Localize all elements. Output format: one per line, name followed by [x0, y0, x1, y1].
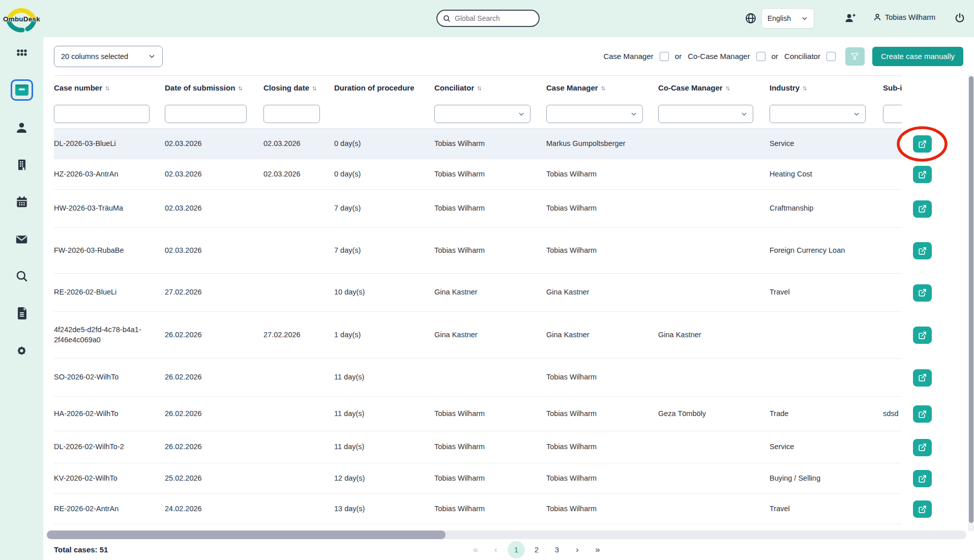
cell-date-of-submission: 26.02.2026	[165, 409, 263, 419]
table-row[interactable]: DL-2026-03-BlueLi02.03.202602.03.20260 d…	[54, 129, 968, 159]
sort-icon[interactable]: ↑↓	[601, 84, 606, 92]
create-case-button[interactable]: Create case manually	[872, 47, 963, 66]
vertical-scrollbar[interactable]	[968, 75, 974, 531]
sidebar-item-calendar[interactable]	[11, 192, 33, 212]
open-case-button[interactable]	[913, 439, 932, 456]
apply-filter-button[interactable]	[845, 47, 865, 66]
cell-conciliator: Tobias Wilharm	[434, 474, 546, 484]
horizontal-scrollbar[interactable]	[47, 530, 966, 539]
open-case-button[interactable]	[913, 200, 932, 218]
sidebar-item-cases[interactable]	[11, 79, 33, 101]
open-case-button[interactable]	[913, 369, 932, 387]
filter-select-case-manager[interactable]	[546, 105, 643, 123]
sidebar-item-settings[interactable]	[11, 340, 33, 361]
open-case-button[interactable]	[913, 242, 932, 259]
filter-input-closing-date[interactable]	[263, 105, 320, 123]
horizontal-scrollbar-thumb[interactable]	[47, 530, 446, 539]
sort-icon[interactable]: ↑↓	[238, 84, 243, 92]
open-case-button[interactable]	[913, 327, 932, 344]
column-header-case-number[interactable]: Case number↑↓	[54, 83, 165, 92]
language-select[interactable]: English	[761, 8, 814, 28]
column-label: Conciliator	[434, 83, 474, 92]
filter-select-co-case-manager[interactable]	[658, 105, 753, 123]
pagination-page-1[interactable]: 1	[508, 541, 525, 558]
row-action-cell	[902, 190, 968, 228]
column-header-industry[interactable]: Industry↑↓	[770, 83, 883, 92]
table-row[interactable]: HA-2026-02-WilhTo26.02.202611 day(s)Tobi…	[54, 397, 968, 431]
user-icon	[873, 13, 882, 22]
global-search[interactable]	[436, 10, 540, 27]
global-search-input[interactable]	[455, 14, 531, 22]
open-case-icon	[918, 331, 927, 340]
open-case-button[interactable]	[913, 135, 932, 153]
column-header-conciliator[interactable]: Conciliator↑↓	[434, 83, 546, 92]
filter-select-conciliator[interactable]	[434, 105, 530, 123]
current-user[interactable]: Tobias Wilharm	[873, 13, 935, 22]
cell-industry: Foreign Currency Loan	[770, 246, 883, 256]
sidebar-item-apps[interactable]	[11, 42, 33, 63]
filter-input-case-number[interactable]	[54, 105, 150, 123]
filter-input-date-of-submission[interactable]	[165, 105, 247, 123]
pagination-first[interactable]: «	[467, 541, 484, 558]
cell-conciliator: Tobias Wilharm	[434, 504, 546, 514]
column-header-co-case-manager[interactable]: Co-Case Manager↑↓	[658, 83, 770, 92]
cell-co-case-manager: Geza Tömböly	[658, 409, 770, 419]
language-value: English	[768, 14, 791, 22]
table-row[interactable]: FW-2026-03-RubaBe02.03.20267 day(s)Tobia…	[54, 228, 968, 274]
co-case-manager-checkbox[interactable]	[756, 52, 765, 61]
row-action-cell	[902, 159, 968, 190]
open-case-button[interactable]	[913, 166, 932, 183]
column-header-case-manager[interactable]: Case Manager↑↓	[546, 83, 658, 92]
conciliator-checkbox[interactable]	[827, 52, 836, 61]
vertical-scrollbar-thumb[interactable]	[969, 76, 973, 523]
sort-icon[interactable]: ↑↓	[477, 84, 482, 92]
open-case-button[interactable]	[913, 405, 932, 423]
sidebar-item-mail[interactable]	[11, 229, 33, 249]
cell-case-number: HW-2026-03-TräuMa	[54, 203, 165, 214]
sidebar-item-organizations[interactable]	[11, 155, 33, 175]
sort-icon[interactable]: ↑↓	[105, 84, 110, 92]
column-label: Duration of procedure	[334, 83, 415, 92]
cell-case-manager: Tobias Wilharm	[546, 169, 658, 180]
column-header-closing-date[interactable]: Closing date↑↓	[263, 83, 334, 92]
cell-industry: Heating Cost	[770, 169, 883, 180]
table-row[interactable]: RE-2026-02-BlueLi27.02.202610 day(s)Gina…	[54, 274, 968, 312]
funnel-icon	[850, 52, 859, 61]
sidebar-item-search[interactable]	[11, 266, 33, 286]
pagination-last[interactable]: »	[589, 541, 606, 558]
add-user-icon[interactable]	[844, 12, 856, 24]
sidebar-item-contacts[interactable]	[11, 117, 33, 138]
globe-icon[interactable]	[745, 12, 757, 24]
filter-select-industry[interactable]	[770, 105, 866, 123]
open-case-button[interactable]	[913, 470, 932, 487]
row-action-cell	[902, 397, 968, 431]
cell-industry: Service	[770, 442, 883, 452]
document-icon	[16, 307, 28, 320]
table-row[interactable]: 4f242de5-d2fd-4c78-b4a1-2f46e4c069a026.0…	[54, 312, 968, 359]
cell-case-manager: Gina Kastner	[546, 287, 658, 298]
cell-case-number: 4f242de5-d2fd-4c78-b4a1-2f46e4c069a0	[54, 325, 165, 345]
pagination-page-2[interactable]: 2	[528, 541, 545, 558]
sort-icon[interactable]: ↑↓	[725, 84, 730, 92]
open-case-button[interactable]	[913, 500, 932, 518]
case-manager-checkbox[interactable]	[660, 52, 669, 61]
column-header-date-of-submission[interactable]: Date of submission↑↓	[165, 83, 263, 92]
table-row[interactable]: DL-2026-02-WilhTo-226.02.202611 day(s)To…	[54, 431, 968, 463]
columns-select[interactable]: 20 columns selected	[54, 46, 163, 67]
sort-icon[interactable]: ↑↓	[312, 84, 317, 92]
table-row[interactable]: SO-2026-02-WilhTo26.02.202611 day(s)Tobi…	[54, 359, 968, 397]
table-row[interactable]: HZ-2026-03-AntrAn02.03.202602.03.20260 d…	[54, 159, 968, 190]
sort-icon[interactable]: ↑↓	[802, 84, 807, 92]
table-row[interactable]: HW-2026-03-TräuMa02.03.20267 day(s)Tobia…	[54, 190, 968, 228]
logout-power-icon[interactable]	[954, 12, 965, 23]
table-row[interactable]: KV-2026-02-WilhTo25.02.202612 day(s)Tobi…	[54, 463, 968, 494]
open-case-button[interactable]	[913, 284, 932, 302]
pagination-next[interactable]: ›	[569, 541, 586, 558]
pagination-page-3[interactable]: 3	[548, 541, 566, 558]
table-row[interactable]: RE-2026-02-AntrAn24.02.202613 day(s)Tobi…	[54, 494, 968, 524]
pagination-prev[interactable]: ‹	[487, 541, 505, 558]
sidebar-item-documents[interactable]	[11, 303, 33, 323]
cell-duration-of-procedure: 10 day(s)	[334, 287, 434, 298]
cell-duration-of-procedure: 0 day(s)	[334, 169, 434, 180]
calendar-icon	[15, 195, 28, 209]
